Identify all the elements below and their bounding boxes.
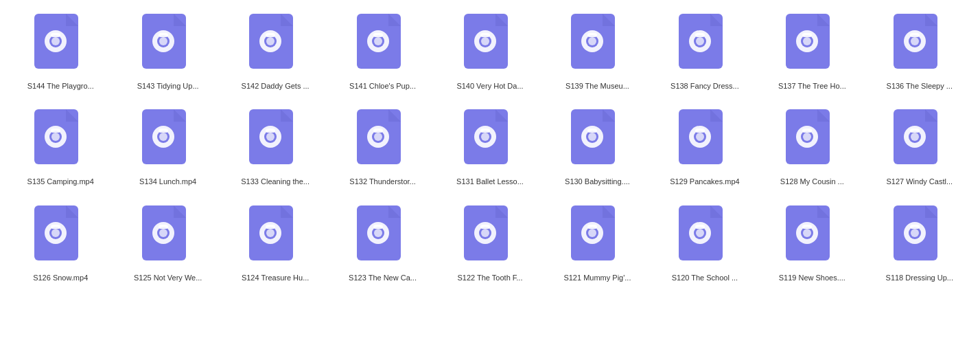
file-icon xyxy=(141,109,196,171)
svg-rect-59 xyxy=(51,129,60,133)
svg-point-10 xyxy=(159,37,167,45)
file-icon xyxy=(892,205,947,267)
file-item[interactable]: S124 Treasure Hu... xyxy=(222,199,329,287)
file-label: S129 Pancakes.mp4 xyxy=(670,177,740,187)
file-item[interactable]: S135 Camping.mp4 xyxy=(7,102,114,191)
svg-rect-53 xyxy=(910,33,920,37)
svg-rect-89 xyxy=(587,129,597,133)
svg-rect-155 xyxy=(802,225,812,229)
file-icon xyxy=(248,109,303,171)
svg-point-118 xyxy=(159,229,167,237)
file-label: S136 The Sleepy ... xyxy=(887,81,953,91)
file-item[interactable]: S120 The School ... xyxy=(651,199,758,287)
svg-rect-149 xyxy=(695,225,705,229)
svg-point-28 xyxy=(481,37,489,45)
file-item[interactable]: S129 Pancakes.mp4 xyxy=(651,102,758,191)
file-icon xyxy=(570,205,625,267)
svg-rect-113 xyxy=(51,225,60,229)
file-label: S139 The Museu... xyxy=(565,81,629,91)
file-item[interactable]: S121 Mummy Pig'... xyxy=(544,199,651,287)
svg-point-124 xyxy=(266,229,275,237)
svg-point-130 xyxy=(374,229,382,237)
file-label: S138 Fancy Dress... xyxy=(670,81,739,91)
file-item[interactable]: S123 The New Ca... xyxy=(329,199,436,287)
svg-rect-131 xyxy=(373,225,383,229)
file-label: S132 Thunderstor... xyxy=(349,177,415,187)
svg-rect-35 xyxy=(587,33,597,37)
file-icon xyxy=(677,205,732,267)
svg-rect-101 xyxy=(802,129,812,133)
file-label: S141 Chloe's Pup... xyxy=(349,81,416,91)
file-icon xyxy=(784,205,839,267)
svg-rect-17 xyxy=(266,33,275,37)
file-item[interactable]: S141 Chloe's Pup... xyxy=(329,7,436,96)
file-item[interactable]: S140 Very Hot Da... xyxy=(436,7,544,96)
file-icon xyxy=(355,109,410,171)
file-item[interactable]: S143 Tidying Up... xyxy=(114,7,221,96)
svg-rect-107 xyxy=(910,129,920,133)
file-item[interactable]: S130 Babysitting.... xyxy=(544,102,651,191)
file-icon xyxy=(463,205,517,267)
file-item[interactable]: S119 New Shoes.... xyxy=(758,199,865,287)
file-icon xyxy=(463,14,517,76)
file-item[interactable]: S133 Cleaning the... xyxy=(222,102,329,191)
file-icon xyxy=(892,109,947,171)
file-item[interactable]: S127 Windy Castl... xyxy=(866,102,973,191)
svg-rect-23 xyxy=(373,33,383,37)
file-grid: S144 The Playgro... S143 Tidying Up... xyxy=(7,7,973,287)
file-label: S125 Not Very We... xyxy=(134,273,202,283)
svg-point-16 xyxy=(266,37,275,45)
file-label: S134 Lunch.mp4 xyxy=(139,177,196,187)
svg-point-88 xyxy=(588,133,596,141)
file-label: S118 Dressing Up... xyxy=(886,273,953,283)
file-label: S143 Tidying Up... xyxy=(137,81,199,91)
file-item[interactable]: S139 The Museu... xyxy=(544,7,651,96)
file-label: S137 The Tree Ho... xyxy=(778,81,846,91)
svg-point-112 xyxy=(51,229,60,237)
svg-rect-143 xyxy=(587,225,597,229)
file-label: S124 Treasure Hu... xyxy=(242,273,309,283)
file-item[interactable]: S132 Thunderstor... xyxy=(329,102,436,191)
svg-rect-47 xyxy=(802,33,812,37)
file-item[interactable]: S125 Not Very We... xyxy=(114,199,221,287)
file-label: S144 The Playgro... xyxy=(27,81,94,91)
file-item[interactable]: S142 Daddy Gets ... xyxy=(222,7,329,96)
svg-point-52 xyxy=(911,37,919,45)
file-item[interactable]: S131 Ballet Lesso... xyxy=(436,102,544,191)
file-icon xyxy=(892,14,947,76)
svg-point-148 xyxy=(696,229,704,237)
file-label: S140 Very Hot Da... xyxy=(456,81,523,91)
file-item[interactable]: S144 The Playgro... xyxy=(7,7,114,96)
file-item[interactable]: S136 The Sleepy ... xyxy=(866,7,973,96)
file-icon xyxy=(570,14,625,76)
svg-rect-161 xyxy=(910,225,920,229)
svg-point-106 xyxy=(911,133,919,141)
svg-rect-5 xyxy=(51,33,60,37)
file-label: S119 New Shoes.... xyxy=(779,273,845,283)
svg-point-94 xyxy=(696,133,704,141)
file-item[interactable]: S126 Snow.mp4 xyxy=(7,199,114,287)
svg-rect-29 xyxy=(480,33,490,37)
file-icon xyxy=(248,205,303,267)
file-icon xyxy=(677,109,732,171)
file-label: S133 Cleaning the... xyxy=(241,177,310,187)
svg-point-142 xyxy=(588,229,596,237)
file-label: S135 Camping.mp4 xyxy=(27,177,94,187)
svg-point-70 xyxy=(266,133,275,141)
file-item[interactable]: S128 My Cousin ... xyxy=(758,102,865,191)
file-item[interactable]: S118 Dressing Up... xyxy=(866,199,973,287)
file-label: S122 The Tooth F... xyxy=(457,273,522,283)
file-icon xyxy=(355,14,410,76)
file-label: S142 Daddy Gets ... xyxy=(242,81,310,91)
svg-point-160 xyxy=(911,229,919,237)
svg-point-22 xyxy=(374,37,382,45)
file-item[interactable]: S134 Lunch.mp4 xyxy=(114,102,221,191)
file-item[interactable]: S122 The Tooth F... xyxy=(436,199,544,287)
file-item[interactable]: S138 Fancy Dress... xyxy=(651,7,758,96)
file-label: S123 The New Ca... xyxy=(349,273,417,283)
svg-point-100 xyxy=(803,133,811,141)
svg-rect-125 xyxy=(266,225,275,229)
file-item[interactable]: S137 The Tree Ho... xyxy=(758,7,865,96)
svg-point-58 xyxy=(51,133,60,141)
file-icon xyxy=(248,14,303,76)
